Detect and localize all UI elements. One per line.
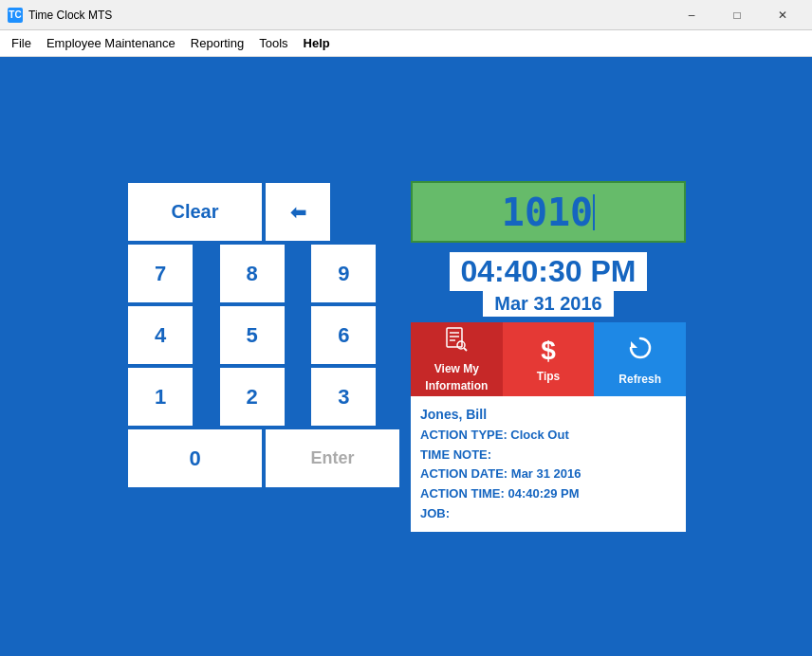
keypad: Clear ⬅ 7 8 9 4 5 6 1 2 3 0 Enter <box>126 181 401 489</box>
menu-reporting[interactable]: Reporting <box>183 30 251 56</box>
key-6[interactable]: 6 <box>309 304 378 366</box>
window-title: Time Clock MTS <box>28 9 112 22</box>
job-row: JOB: <box>420 504 676 524</box>
clear-button[interactable]: Clear <box>126 181 264 243</box>
keypad-bottom-row: 0 Enter <box>126 428 401 489</box>
clock-time: 04:40:30 PM <box>450 252 648 291</box>
refresh-label: Refresh <box>618 373 661 386</box>
view-info-button[interactable]: View My Information <box>411 322 503 396</box>
view-info-line1: View My <box>434 362 479 375</box>
key-0[interactable]: 0 <box>126 428 264 489</box>
minimize-button[interactable]: – <box>670 3 713 27</box>
key-7[interactable]: 7 <box>126 243 194 304</box>
tips-button[interactable]: $ Tips <box>503 322 595 396</box>
action-type-row: ACTION TYPE: Clock Out <box>420 426 676 446</box>
clock-section: 04:40:30 PM Mar 31 2016 <box>411 243 686 322</box>
svg-line-5 <box>464 348 467 351</box>
action-time-row: ACTION TIME: 04:40:29 PM <box>420 484 676 504</box>
refresh-button[interactable]: Refresh <box>594 322 686 396</box>
tips-label: Tips <box>537 370 560 383</box>
menu-employee-maintenance[interactable]: Employee Maintenance <box>39 30 183 56</box>
svg-marker-6 <box>631 341 637 348</box>
menu-help[interactable]: Help <box>296 30 338 56</box>
time-note-row: TIME NOTE: <box>420 446 676 465</box>
key-8[interactable]: 8 <box>218 243 286 304</box>
app-container: Clear ⬅ 7 8 9 4 5 6 1 2 3 0 Enter <box>126 181 686 531</box>
title-bar-controls: – □ ✕ <box>670 3 804 27</box>
action-date-row: ACTION DATE: Mar 31 2016 <box>420 465 676 484</box>
menu-file[interactable]: File <box>4 30 39 56</box>
backspace-button[interactable]: ⬅ <box>264 181 332 243</box>
view-info-line2: Information <box>425 379 488 392</box>
pin-value: 1010 <box>502 191 593 234</box>
title-bar: TC Time Clock MTS – □ ✕ <box>0 0 812 30</box>
app-icon: TC <box>8 8 23 23</box>
svg-point-4 <box>457 341 465 349</box>
keypad-grid: 7 8 9 4 5 6 1 2 3 <box>126 243 401 428</box>
tips-icon: $ <box>541 336 556 366</box>
svg-rect-0 <box>447 328 462 347</box>
main-content: Clear ⬅ 7 8 9 4 5 6 1 2 3 0 Enter <box>0 57 812 656</box>
employee-name: Jones, Bill <box>420 404 676 425</box>
menu-bar: File Employee Maintenance Reporting Tool… <box>0 30 812 57</box>
key-2[interactable]: 2 <box>218 366 286 428</box>
title-bar-left: TC Time Clock MTS <box>8 8 112 23</box>
menu-tools[interactable]: Tools <box>251 30 295 56</box>
key-3[interactable]: 3 <box>309 366 378 428</box>
key-5[interactable]: 5 <box>218 304 286 366</box>
action-buttons: View My Information $ Tips Refresh <box>411 322 686 396</box>
enter-button[interactable]: Enter <box>264 428 401 489</box>
pin-cursor <box>593 194 595 230</box>
right-panel: 1010 04:40:30 PM Mar 31 2016 <box>411 181 686 531</box>
refresh-icon <box>626 334 655 369</box>
pin-display: 1010 <box>411 181 686 243</box>
key-4[interactable]: 4 <box>126 304 194 366</box>
key-1[interactable]: 1 <box>126 366 194 428</box>
key-9[interactable]: 9 <box>309 243 378 304</box>
view-info-icon <box>443 326 470 358</box>
employee-info: Jones, Bill ACTION TYPE: Clock Out TIME … <box>411 396 686 531</box>
close-button[interactable]: ✕ <box>761 3 804 27</box>
keypad-top-row: Clear ⬅ <box>126 181 401 243</box>
maximize-button[interactable]: □ <box>715 3 759 27</box>
clock-date: Mar 31 2016 <box>483 291 613 317</box>
